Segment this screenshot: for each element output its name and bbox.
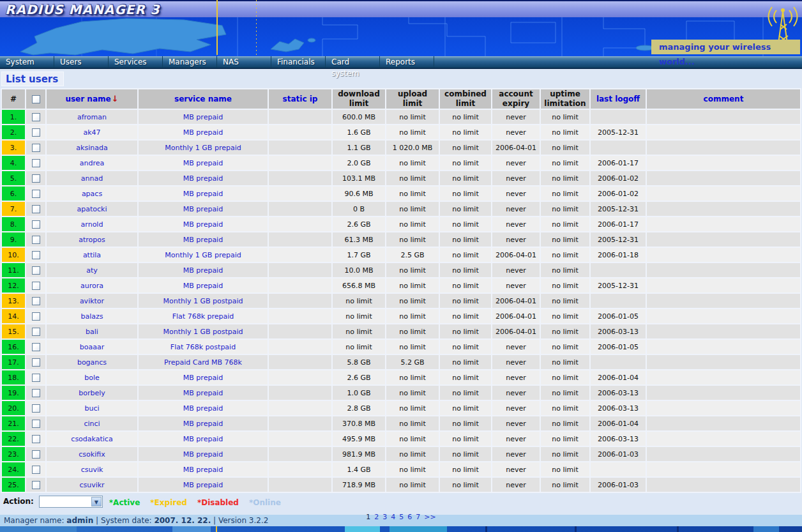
user-name-link[interactable]: csokifix <box>79 450 105 459</box>
service-name-link[interactable]: MB prepaid <box>183 236 223 244</box>
service-name-link[interactable]: Monthly 1 GB prepaid <box>165 144 241 152</box>
row-checkbox[interactable] <box>32 159 40 167</box>
row-checkbox[interactable] <box>32 481 40 489</box>
service-name-link[interactable]: MB prepaid <box>183 220 223 229</box>
column-header-static_ip[interactable]: static ip <box>269 89 331 109</box>
service-name-link[interactable]: MB prepaid <box>183 435 223 443</box>
row-checkbox[interactable] <box>32 220 40 229</box>
user-name-link[interactable]: borbely <box>79 389 105 397</box>
service-name-link[interactable]: MB prepaid <box>183 282 223 290</box>
user-name-link[interactable]: attila <box>83 251 101 259</box>
row-checkbox[interactable] <box>32 205 40 213</box>
user-name-link[interactable]: aviktor <box>80 297 104 305</box>
service-name-link[interactable]: MB prepaid <box>183 404 223 413</box>
row-checkbox[interactable] <box>32 282 40 290</box>
user-name-link[interactable]: aurora <box>80 282 103 290</box>
service-name-link[interactable]: MB prepaid <box>183 159 223 167</box>
table-row: 23.csokifixMB prepaid981.9 MBno limitno … <box>2 447 800 461</box>
user-name-link[interactable]: annad <box>81 174 103 183</box>
service-name-link[interactable]: MB prepaid <box>183 420 223 428</box>
user-name-link[interactable]: aksinada <box>76 144 107 152</box>
service-name-link[interactable]: MB prepaid <box>183 266 223 275</box>
nav-item-users[interactable]: Users <box>54 56 109 68</box>
service-name-link[interactable]: Flat 768k postpaid <box>170 343 236 351</box>
user-name-link[interactable]: andrea <box>80 159 104 167</box>
row-checkbox[interactable] <box>32 266 40 275</box>
pagination-page-link[interactable]: 4 <box>391 513 395 521</box>
service-name-link[interactable]: MB prepaid <box>183 389 223 397</box>
column-header-comment[interactable]: comment <box>647 89 800 109</box>
user-name-link[interactable]: bali <box>86 328 98 336</box>
row-checkbox[interactable] <box>32 420 40 428</box>
user-name-link[interactable]: atropos <box>79 236 105 244</box>
row-checkbox[interactable] <box>32 343 40 351</box>
row-checkbox[interactable] <box>32 358 40 367</box>
user-name-link[interactable]: aty <box>86 266 98 275</box>
row-checkbox[interactable] <box>32 297 40 305</box>
user-name-link[interactable]: afroman <box>77 113 107 121</box>
user-name-link[interactable]: apacs <box>82 190 102 198</box>
dropdown-arrow-icon[interactable]: ▼ <box>91 497 102 506</box>
pagination-page-link[interactable]: 7 <box>416 513 420 521</box>
user-name-link[interactable]: ak47 <box>83 128 100 137</box>
user-name-link[interactable]: csuvikr <box>79 481 104 489</box>
row-checkbox[interactable] <box>32 435 40 443</box>
row-checkbox[interactable] <box>32 190 40 198</box>
service-name-link[interactable]: MB prepaid <box>183 128 223 137</box>
user-name-link[interactable]: cinci <box>84 420 100 428</box>
row-checkbox[interactable] <box>32 236 40 244</box>
service-name-link[interactable]: MB prepaid <box>183 450 223 459</box>
column-header-user_name[interactable]: user name↓ <box>47 89 137 109</box>
user-name-link[interactable]: boaaar <box>80 343 104 351</box>
service-name-link[interactable]: MB prepaid <box>183 374 223 382</box>
select-all-checkbox[interactable] <box>32 95 40 103</box>
service-name-link[interactable]: MB prepaid <box>183 481 223 489</box>
row-checkbox[interactable] <box>32 251 40 259</box>
action-select[interactable]: ▼ <box>39 496 103 508</box>
service-name-link[interactable]: Monthly 1 GB prepaid <box>165 251 241 259</box>
nav-item-reports[interactable]: Reports <box>380 56 434 68</box>
nav-item-card-system[interactable]: Card system <box>326 56 380 68</box>
service-name-link[interactable]: MB prepaid <box>183 190 223 198</box>
column-header-service_name[interactable]: service name <box>139 89 268 109</box>
pagination-page-link[interactable]: 6 <box>407 513 412 521</box>
user-name-link[interactable]: arnold <box>81 220 103 229</box>
row-checkbox[interactable] <box>32 374 40 382</box>
service-name-link[interactable]: Monthly 1 GB postpaid <box>163 328 243 336</box>
user-name-link[interactable]: csodakatica <box>71 435 112 443</box>
service-name-link[interactable]: MB prepaid <box>183 113 223 121</box>
row-checkbox[interactable] <box>32 466 40 474</box>
row-checkbox[interactable] <box>32 450 40 459</box>
table-row: 5.annadMB prepaid103.1 MBno limitno limi… <box>2 171 800 185</box>
service-name-link[interactable]: Flat 768k prepaid <box>172 312 234 321</box>
row-checkbox[interactable] <box>32 404 40 413</box>
nav-item-services[interactable]: Services <box>109 56 163 68</box>
nav-item-nas[interactable]: NAS <box>217 56 271 68</box>
service-name-link[interactable]: MB prepaid <box>183 205 223 213</box>
column-header-last_logoff[interactable]: last logoff <box>591 89 646 109</box>
user-name-link[interactable]: bogancs <box>77 358 107 367</box>
nav-item-financials[interactable]: Financials <box>271 56 326 68</box>
pagination-next-link[interactable]: >> <box>424 513 435 521</box>
user-name-link[interactable]: buci <box>84 404 99 413</box>
nav-item-system[interactable]: System <box>0 56 54 68</box>
pagination-page-link[interactable]: 5 <box>399 513 404 521</box>
pagination-page-link[interactable]: 3 <box>382 513 387 521</box>
row-checkbox[interactable] <box>32 144 40 152</box>
pagination-page-link[interactable]: 2 <box>374 513 379 521</box>
user-name-link[interactable]: bole <box>84 374 100 382</box>
user-name-link[interactable]: apatocki <box>77 205 107 213</box>
row-checkbox[interactable] <box>32 174 40 183</box>
row-checkbox[interactable] <box>32 389 40 397</box>
service-name-link[interactable]: Monthly 1 GB postpaid <box>163 297 243 305</box>
row-checkbox[interactable] <box>32 128 40 137</box>
row-checkbox[interactable] <box>32 113 40 121</box>
user-name-link[interactable]: csuvik <box>81 466 103 474</box>
nav-item-managers[interactable]: Managers <box>163 56 217 68</box>
user-name-link[interactable]: balazs <box>80 312 103 321</box>
row-checkbox[interactable] <box>32 312 40 321</box>
service-name-link[interactable]: MB prepaid <box>183 466 223 474</box>
service-name-link[interactable]: Prepaid Card MB 768k <box>164 358 242 367</box>
service-name-link[interactable]: MB prepaid <box>183 174 223 183</box>
row-checkbox[interactable] <box>32 328 40 336</box>
